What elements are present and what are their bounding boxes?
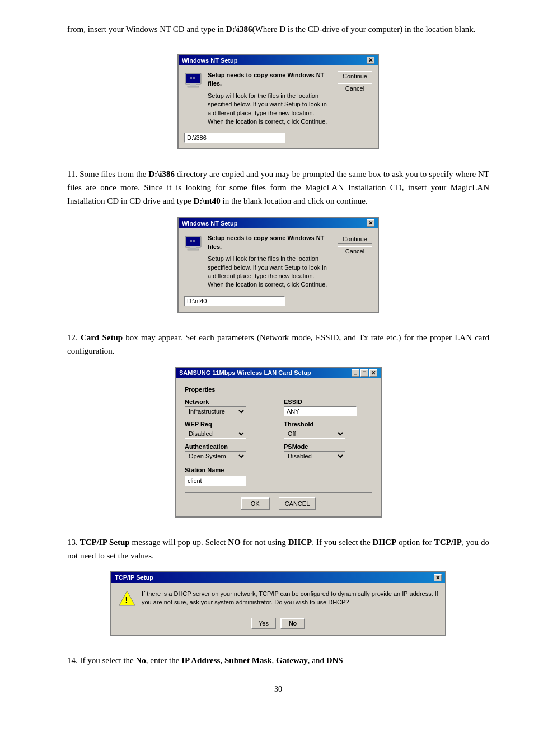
dialog4-title: TCP/IP Setup (115, 574, 153, 581)
network-input-row: Infrastructure Ad Hoc (185, 406, 273, 416)
dialog2-close-btn[interactable]: ✕ (367, 219, 374, 227)
dialog4-yes-button[interactable]: Yes (251, 618, 276, 629)
warning-icon: ! (118, 590, 136, 608)
dialog3-title: SAMSUNG 11Mbps Wireless LAN Card Setup (179, 369, 311, 376)
step13-text: 13. TCP/IP Setup message will pop up. Se… (67, 536, 489, 562)
step12-text: 12. Card Setup box may appear. Set each … (67, 331, 489, 358)
station-name-row: Station Name (185, 467, 372, 486)
dialog3-titlebar-buttons: _ □ ✕ (352, 369, 377, 377)
step14-text1: If you select the (80, 656, 136, 665)
step14-text3: , (220, 656, 224, 665)
psmode-label: PSMode (284, 443, 372, 450)
wep-input-row: Disabled Enabled (185, 429, 273, 439)
tcpip-setup-dialog: TCP/IP Setup ✕ ! If there is a DHCP serv… (110, 571, 446, 636)
threshold-select[interactable]: Off On (284, 429, 345, 439)
dialog3-close-btn[interactable]: ✕ (369, 369, 377, 377)
dialog4-body: ! If there is a DHCP server on your netw… (111, 583, 445, 614)
svg-rect-2 (190, 84, 196, 86)
dialog2-buttons: Continue Cancel (338, 234, 372, 289)
step14-text5: , and (308, 656, 326, 665)
step13-text1: message will pop up. Select (130, 538, 228, 547)
wep-label: WEP Req (185, 421, 273, 428)
step11-block: 11. Some files from the D:\i386 director… (67, 167, 489, 317)
samsung-fields-grid: Network Infrastructure Ad Hoc ESSID (185, 398, 372, 461)
computer-icon (184, 72, 202, 90)
wep-select[interactable]: Disabled Enabled (185, 429, 246, 439)
properties-label: Properties (185, 386, 372, 393)
intro-text1: from, insert your Windows NT CD and type… (67, 25, 226, 34)
svg-rect-5 (193, 77, 195, 79)
station-name-label: Station Name (185, 467, 372, 473)
step14-bold1: No (135, 656, 146, 665)
step14-bold2: IP Address (181, 656, 220, 665)
network-select[interactable]: Infrastructure Ad Hoc (185, 406, 246, 416)
auth-select[interactable]: Open System Shared Key (185, 451, 246, 461)
dialog2-titlebar: Windows NT Setup ✕ (179, 218, 378, 228)
samsung-card-setup-dialog: SAMSUNG 11Mbps Wireless LAN Card Setup _… (175, 367, 382, 518)
dialog4-close-btn[interactable]: ✕ (434, 574, 442, 581)
dialog2-content-row: Setup needs to copy some Windows NT file… (184, 234, 372, 289)
step13-block: 13. TCP/IP Setup message will pop up. Se… (67, 536, 489, 640)
dialog3-titlebar: SAMSUNG 11Mbps Wireless LAN Card Setup _… (176, 368, 381, 378)
dialog3-footer: OK CANCEL (185, 492, 372, 510)
dialog1-cancel-button[interactable]: Cancel (338, 83, 372, 93)
dialog2-title: Windows NT Setup (182, 220, 238, 227)
psmode-select[interactable]: Disabled Enabled (284, 451, 345, 461)
dialog1-titlebar-buttons: ✕ (367, 57, 374, 64)
step13-bold3: DHCP (288, 538, 312, 547)
dialog2-continue-button[interactable]: Continue (338, 234, 372, 244)
dialog2-cancel-button[interactable]: Cancel (338, 246, 372, 256)
threshold-field: Threshold Off On (284, 421, 372, 439)
step13-bold5: TCP/IP (434, 538, 462, 547)
dialog3-minimize-btn[interactable]: _ (352, 369, 359, 377)
wep-field: WEP Req Disabled Enabled (185, 421, 273, 439)
windows-nt-setup-dialog-1: Windows NT Setup ✕ (177, 54, 379, 149)
dialog2-titlebar-buttons: ✕ (367, 219, 374, 227)
dialog3-cancel-button[interactable]: CANCEL (279, 497, 316, 510)
intro-bold: D:\i386 (226, 25, 252, 34)
threshold-input-row: Off On (284, 429, 372, 439)
dialog2-location-input[interactable] (184, 296, 285, 306)
dialog4-no-button[interactable]: No (280, 618, 305, 629)
step14-text: 14. If you select the No, enter the IP A… (67, 654, 489, 667)
dialog1-main-text: Setup needs to copy some Windows NT file… (208, 71, 332, 88)
step13-bold2: NO (228, 538, 241, 547)
step14-bold3: Subnet Mask (224, 656, 272, 665)
dialog1-sub-text: Setup will look for the files in the loc… (208, 92, 332, 126)
step13-bold4: DHCP (373, 538, 397, 547)
step11-text1: Some files from the (79, 170, 148, 179)
essid-label: ESSID (284, 398, 372, 405)
dialog3-container: SAMSUNG 11Mbps Wireless LAN Card Setup _… (67, 367, 489, 518)
svg-text:!: ! (125, 595, 128, 605)
step13-text3: . If you select the (312, 538, 372, 547)
step12-bold: Card Setup (81, 333, 123, 342)
dialog1-buttons: Continue Cancel (338, 71, 372, 126)
auth-label: Authentication (185, 443, 273, 450)
threshold-label: Threshold (284, 421, 372, 428)
station-name-input[interactable] (185, 476, 246, 486)
step13-text4: option for (396, 538, 434, 547)
dialog1-container: Windows NT Setup ✕ (67, 54, 489, 149)
dialog4-titlebar-buttons: ✕ (434, 574, 442, 581)
essid-input[interactable] (284, 406, 357, 416)
dialog3-ok-button[interactable]: OK (241, 497, 270, 510)
dialog1-location-input[interactable] (184, 133, 285, 143)
step14-text4: , (272, 656, 277, 665)
step14-bold5: DNS (326, 656, 343, 665)
page-number: 30 (67, 685, 489, 694)
dialog1-continue-button[interactable]: Continue (338, 71, 372, 81)
psmode-field: PSMode Disabled Enabled (284, 443, 372, 461)
dialog2-input-row (184, 296, 372, 306)
svg-rect-3 (188, 86, 199, 87)
computer-icon-2 (184, 235, 202, 253)
dialog3-maximize-btn[interactable]: □ (360, 369, 368, 377)
step13-bold1: TCP/IP Setup (80, 538, 130, 547)
step11-text: 11. Some files from the D:\i386 director… (67, 167, 489, 208)
dialog1-close-btn[interactable]: ✕ (367, 57, 374, 64)
dialog2-container: Windows NT Setup ✕ (67, 217, 489, 312)
dialog1-body: Setup needs to copy some Windows NT file… (179, 65, 378, 148)
svg-rect-4 (190, 77, 192, 79)
dialog2-icon-area (184, 234, 202, 289)
dialog3-body: Properties Network Infrastructure Ad Hoc (176, 378, 381, 516)
dialog2-sub-text: Setup will look for the files in the loc… (208, 255, 332, 289)
